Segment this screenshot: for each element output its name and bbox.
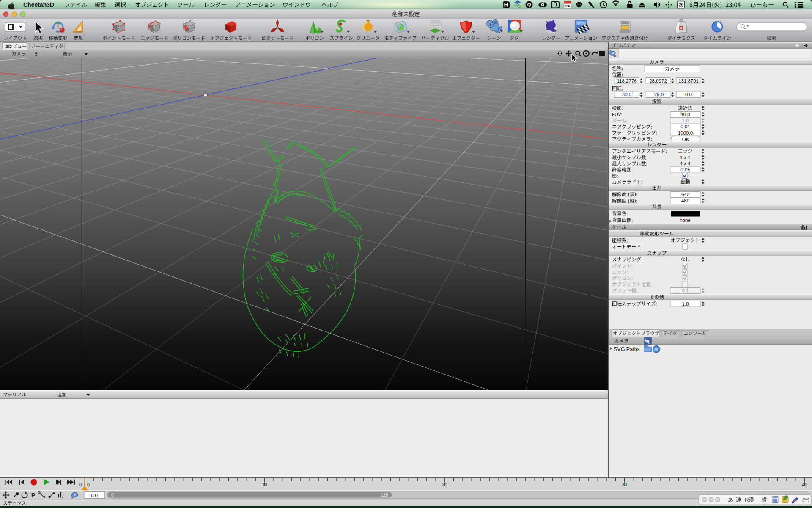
svg-text:(^^): (^^) [802,497,809,502]
svg-text:4 x 4: 4 x 4 [680,161,691,166]
svg-text:0: 0 [87,482,90,487]
svg-text:118.2776: 118.2776 [617,78,636,83]
svg-text:120: 120 [381,492,388,497]
svg-text:none: none [680,218,691,223]
svg-text:640: 640 [681,192,689,197]
svg-text:P: P [31,492,35,499]
svg-text:1.0: 1.0 [682,301,689,306]
svg-text:-25.0: -25.0 [653,92,664,97]
svg-text:40: 40 [802,482,807,487]
svg-text:Cheetah3D: Cheetah3D [23,1,54,8]
svg-text:0.0: 0.0 [91,493,98,498]
svg-text:12:51: 12:51 [577,21,585,25]
svg-text:0.01: 0.01 [680,124,690,129]
svg-text:1.0: 1.0 [682,118,689,123]
svg-text:B: B [679,24,684,31]
svg-text:30: 30 [622,482,627,487]
svg-text:0.0: 0.0 [685,92,692,97]
svg-text:R: R [745,497,749,503]
svg-text:1000.0: 1000.0 [678,130,693,135]
svg-text:0.1: 0.1 [682,288,689,293]
svg-text:0.05: 0.05 [680,167,690,172]
svg-text:1 x 1: 1 x 1 [680,155,691,160]
svg-text:20: 20 [442,482,447,487]
svg-text:3D: 3D [5,44,12,49]
svg-text:131.8701: 131.8701 [678,78,699,83]
svg-text:Q: Q [527,2,531,7]
svg-text:24: 24 [565,4,570,8]
svg-text:0: 0 [79,482,82,487]
svg-text:m: m [654,347,658,352]
svg-text:40.0: 40.0 [680,112,690,117]
svg-text:480: 480 [681,198,689,203]
svg-text:10: 10 [262,482,267,487]
svg-text:30.0: 30.0 [622,92,631,97]
svg-text:28.0972: 28.0972 [649,78,667,83]
svg-text:SVG Paths: SVG Paths [614,346,640,352]
svg-text:OK: OK [682,137,689,142]
svg-text:0: 0 [111,492,114,497]
